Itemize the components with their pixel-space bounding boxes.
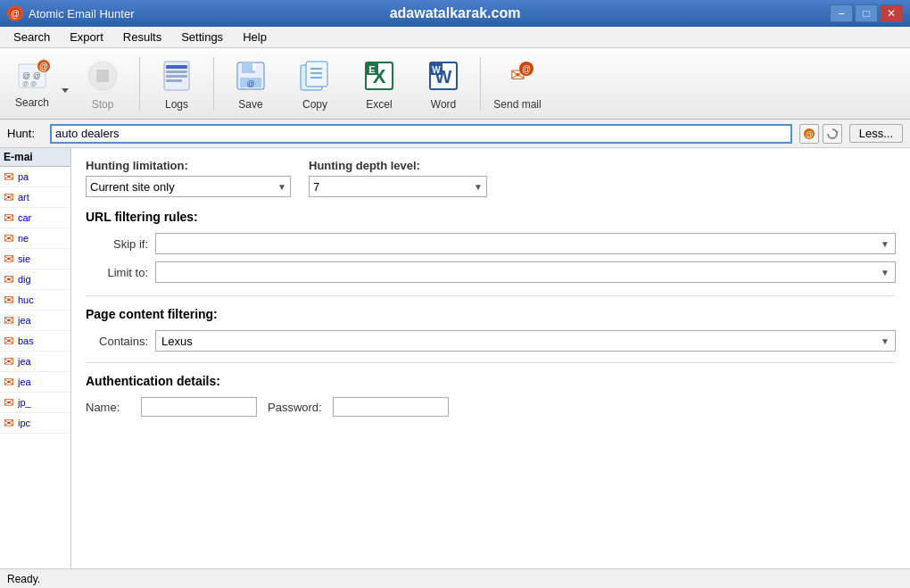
list-item[interactable]: ✉ car [0, 208, 70, 228]
list-item[interactable]: ✉ jea [0, 372, 70, 393]
svg-text:@: @ [805, 130, 813, 139]
svg-text:@ @: @ @ [22, 71, 41, 80]
search-label: Search [15, 96, 49, 109]
url-filtering-title: URL filtering rules: [86, 210, 896, 224]
email-icon: ✉ [4, 416, 14, 430]
chevron-down-icon: ▼ [881, 239, 889, 249]
contains-select[interactable]: Lexus ▼ [155, 330, 896, 352]
status-bar: Ready. [0, 568, 910, 588]
search-dropdown-arrow[interactable] [57, 53, 70, 115]
email-text: jea [18, 356, 31, 367]
list-item[interactable]: ✉ huc [0, 290, 70, 311]
stop-button[interactable]: Stop [71, 53, 134, 115]
sendmail-label: Send mail [493, 98, 541, 111]
email-text: dig [18, 274, 31, 285]
email-icon: ✉ [4, 170, 14, 184]
svg-text:@: @ [39, 62, 48, 71]
email-sidebar-header: E-mai [0, 148, 70, 167]
hunt-bar: Hunt: @ Less... [0, 120, 910, 148]
contains-value: Lexus [161, 335, 193, 348]
menu-results[interactable]: Results [113, 28, 171, 46]
password-input[interactable] [333, 397, 449, 417]
email-icon: ✉ [4, 313, 14, 327]
menu-export[interactable]: Export [60, 28, 113, 46]
divider [86, 295, 896, 296]
email-text: huc [18, 294, 34, 305]
hunt-refresh-button[interactable] [823, 124, 842, 144]
password-label: Password: [268, 401, 322, 414]
email-text: car [18, 212, 31, 223]
auth-row: Name: Password: [86, 397, 896, 417]
hunting-limitation-select[interactable]: Current site only ▼ [86, 176, 291, 197]
list-item[interactable]: ✉ pa [0, 167, 70, 187]
svg-rect-10 [166, 65, 187, 69]
minimize-button[interactable]: – [830, 4, 853, 22]
list-item[interactable]: ✉ art [0, 187, 70, 208]
menu-help[interactable]: Help [233, 28, 277, 46]
svg-rect-8 [96, 70, 109, 82]
email-text: bas [18, 335, 34, 346]
chevron-down-icon: ▼ [881, 268, 889, 277]
stop-label: Stop [92, 98, 114, 111]
contains-row: Contains: Lexus ▼ [86, 330, 896, 352]
hunt-input[interactable] [50, 124, 792, 144]
list-item[interactable]: ✉ bas [0, 331, 70, 352]
svg-text:@: @ [11, 9, 20, 19]
hunting-limitation-group: Hunting limitation: Current site only ▼ [86, 159, 291, 197]
svg-text:@: @ [522, 64, 531, 74]
chevron-down-icon: ▼ [881, 336, 889, 346]
menu-search[interactable]: Search [4, 28, 60, 46]
chevron-down-icon: ▼ [474, 182, 483, 192]
email-icon: ✉ [4, 354, 14, 369]
svg-rect-16 [252, 63, 256, 70]
status-text: Ready. [7, 573, 40, 585]
name-input[interactable] [141, 397, 257, 417]
sendmail-button[interactable]: ✉ @ Send mail [486, 53, 549, 115]
search-button[interactable]: @ @ @ @ @ Search [7, 53, 57, 115]
limit-to-row: Limit to: ▼ [86, 261, 896, 283]
copy-icon [296, 57, 334, 95]
svg-text:E: E [368, 64, 375, 75]
save-button[interactable]: @ Save [219, 53, 282, 115]
email-icon: ✉ [4, 211, 14, 225]
skip-if-select[interactable]: ▼ [155, 233, 896, 254]
email-text: sie [18, 253, 30, 264]
hunt-bookmark-button[interactable]: @ [799, 124, 819, 144]
list-item[interactable]: ✉ sie [0, 249, 70, 269]
copy-button[interactable]: Copy [284, 53, 346, 115]
excel-label: Excel [366, 98, 392, 111]
email-icon: ✉ [4, 293, 14, 307]
close-button[interactable]: ✕ [880, 4, 903, 22]
email-icon: ✉ [4, 231, 14, 245]
menu-settings[interactable]: Settings [171, 28, 233, 46]
page-content-title: Page content filtering: [86, 307, 896, 321]
word-label: Word [431, 98, 456, 111]
excel-button[interactable]: X E Excel [348, 53, 410, 115]
maximize-button[interactable]: □ [855, 4, 878, 22]
list-item[interactable]: ✉ dig [0, 269, 70, 290]
hunting-depth-select[interactable]: 7 ▼ [309, 176, 487, 197]
svg-rect-12 [166, 75, 187, 78]
logs-button[interactable]: Logs [145, 53, 208, 115]
word-button[interactable]: W W Word [412, 53, 475, 115]
search-icon: @ @ @ @ @ [13, 59, 51, 96]
main-area: E-mai ✉ pa ✉ art ✉ car ✉ ne ✉ sie ✉ dig … [0, 148, 910, 588]
email-icon: ✉ [4, 395, 14, 410]
save-label: Save [238, 98, 262, 111]
list-item[interactable]: ✉ jp_ [0, 393, 70, 413]
list-item[interactable]: ✉ ipc [0, 413, 70, 434]
divider-2 [86, 362, 896, 363]
limit-to-label: Limit to: [86, 266, 148, 279]
hunting-depth-value: 7 [313, 180, 319, 194]
email-icon: ✉ [4, 334, 14, 348]
limit-to-select[interactable]: ▼ [155, 261, 896, 283]
window-controls: – □ ✕ [830, 4, 903, 22]
svg-text:@ @: @ @ [22, 80, 37, 87]
list-item[interactable]: ✉ ne [0, 228, 70, 249]
logs-icon [158, 57, 195, 95]
name-label: Name: [86, 401, 130, 414]
email-text: ne [18, 233, 29, 244]
list-item[interactable]: ✉ jea [0, 352, 70, 372]
less-button[interactable]: Less... [849, 124, 903, 143]
list-item[interactable]: ✉ jea [0, 311, 70, 331]
